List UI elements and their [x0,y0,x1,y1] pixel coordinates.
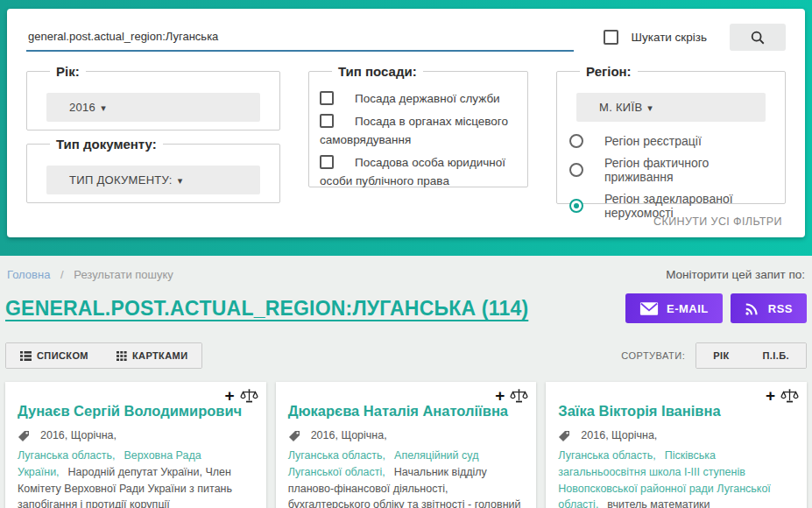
breadcrumb-home-link[interactable]: Головна [7,268,50,281]
checkbox-label: Посада в органах місцевого самоврядуванн… [320,115,508,146]
year-filter: Рік: 2016 [26,64,280,131]
radio-icon[interactable] [569,163,583,177]
tag-icon [558,430,570,445]
search-icon [750,30,766,46]
card-tag-link[interactable]: Луганська область, [288,449,385,462]
sort-by-year-button[interactable]: РІК [696,343,745,368]
region-mode-options: Регіон реєстраціїРегіон фактичного прижи… [568,134,774,220]
checkbox-icon[interactable] [320,91,334,105]
doc-type-dropdown[interactable]: ТИП ДОКУМЕНТУ: [46,166,260,194]
search-everywhere-checkbox[interactable] [604,30,618,45]
add-to-compare-icon[interactable]: + [225,387,235,404]
person-name-link[interactable]: Дунаєв Сергій Володимирович [18,403,254,420]
radio-label: Регіон реєстрації [604,134,702,148]
person-name-link[interactable]: Дюкарєва Наталія Анатоліївна [288,403,525,420]
post-type-option[interactable]: Посада в органах місцевого самоврядуванн… [320,113,517,150]
checkbox-icon[interactable] [320,114,334,128]
card-meta: 2016, Щорічна, [40,429,117,441]
rss-subscribe-button[interactable]: RSS [731,293,807,323]
breadcrumb-current: Результати пошуку [74,268,173,281]
person-name-link[interactable]: Заїка Вікторія Іванівна [558,403,794,420]
card-tags: Луганська область,Пісківська загальньоос… [558,448,794,508]
radio-icon[interactable] [569,199,583,213]
search-panel: Шукати скрізь Рік: 2016 Тип документу: Т… [7,9,805,237]
chevron-down-icon [173,173,183,187]
post-type-option[interactable]: Посадова особа юридичної особи публічног… [320,154,517,191]
chevron-down-icon [642,101,653,114]
card-tags: Луганська область,Апеляційний суд Луганс… [288,448,525,508]
page-title[interactable]: GENERAL.POST.ACTUAL_REGION:ЛУГАНСЬКА (11… [5,297,528,321]
list-icon [20,351,32,361]
sort-by-name-button[interactable]: П.І.Б. [746,343,806,368]
scales-icon[interactable] [240,388,258,404]
search-input[interactable] [26,23,574,52]
search-header: Шукати скрізь Рік: 2016 Тип документу: Т… [0,0,812,256]
post-type-filter: Тип посади: Посада державної службиПосад… [308,64,528,187]
view-toggle-group: СПИСКОМ КАРТКАМИ [5,342,202,369]
radio-label: Регіон фактичного приживання [604,156,774,184]
card-tag-link[interactable]: Луганська область, [558,449,655,462]
region-mode-option[interactable]: Регіон фактичного приживання [569,156,774,184]
result-card: + Заїка Вікторія Іванівна 20 [546,382,807,508]
scales-icon[interactable] [510,388,528,404]
add-to-compare-icon[interactable]: + [495,387,505,404]
card-tags: Луганська область,Верховна Рада України,… [18,448,254,508]
doc-type-filter-legend: Тип документу: [50,137,163,152]
search-everywhere-toggle[interactable]: Шукати скрізь [604,30,707,45]
radio-icon[interactable] [569,134,583,148]
checkbox-label: Посада державної служби [355,92,500,105]
region-mode-option[interactable]: Регіон реєстрації [569,134,774,148]
card-meta: 2016, Щорічна, [311,429,387,441]
sort-label: СОРТУВАТИ: [621,350,685,361]
checkbox-icon[interactable] [320,155,334,169]
filter-column-left: Рік: 2016 Тип документу: ТИП ДОКУМЕНТУ: [26,64,280,204]
breadcrumb: Головна / Результати пошуку [7,268,173,281]
card-meta: 2016, Щорічна, [581,429,657,441]
result-card: + Дунаєв Сергій Володимирович [5,382,266,508]
email-subscribe-button[interactable]: E-MAIL [625,293,723,323]
grid-icon [117,351,127,361]
sort-group: РІК П.І.Б. [695,342,807,369]
region-filter-legend: Регіон: [580,64,638,79]
post-type-option[interactable]: Посада державної служби [320,90,517,109]
tag-icon [288,430,300,445]
chevron-down-icon [95,101,106,114]
results-section: Головна / Результати пошуку Моніторити ц… [0,256,812,508]
card-tag-link[interactable]: Луганська область, [18,449,115,462]
envelope-icon [639,301,659,316]
view-list-button[interactable]: СПИСКОМ [6,343,102,368]
region-filter: Регіон: М. КИЇВ Регіон реєстраціїРегіон … [556,64,786,204]
result-card: + Дюкарєва Наталія Анатоліївна [276,382,537,508]
reset-filters-link[interactable]: СКИНУТИ УСІ ФІЛЬТРИ [653,215,782,228]
add-to-compare-icon[interactable]: + [766,387,775,404]
breadcrumb-separator: / [60,268,64,281]
post-type-filter-legend: Тип посади: [332,64,423,79]
card-position: вчитель математики [607,498,710,508]
rss-icon [745,300,760,316]
results-cards: + Дунаєв Сергій Володимирович [5,382,807,508]
post-type-options: Посада державної службиПосада в органах … [320,90,517,191]
year-filter-legend: Рік: [50,64,86,79]
monitor-label: Моніторити цей запит по: [666,268,805,281]
scales-icon[interactable] [780,388,799,404]
year-dropdown[interactable]: 2016 [46,93,260,122]
region-dropdown[interactable]: М. КИЇВ [576,93,766,122]
tag-icon [18,430,30,445]
checkbox-label: Посадова особа юридичної особи публічног… [320,156,505,187]
search-everywhere-label: Шукати скрізь [632,31,707,44]
search-button[interactable] [730,24,786,51]
doc-type-filter: Тип документу: ТИП ДОКУМЕНТУ: [26,137,280,203]
view-cards-button[interactable]: КАРТКАМИ [102,343,202,368]
